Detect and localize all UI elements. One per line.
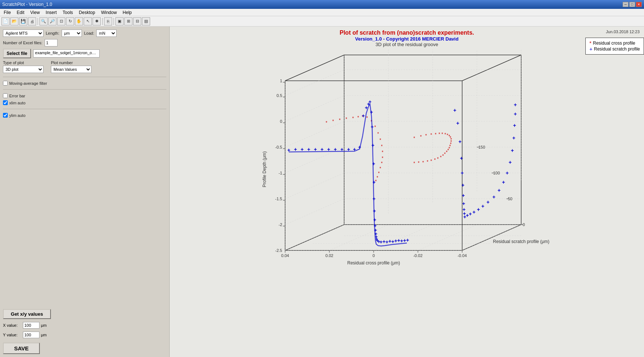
svg-text:0: 0 [373, 253, 375, 258]
menu-window[interactable]: Window [99, 10, 119, 15]
app-title: ScratchPlot - Version_1.0 [2, 2, 52, 7]
length-unit-select[interactable]: μm [62, 30, 82, 37]
zoom-in-button[interactable]: 🔍 [39, 17, 48, 25]
svg-text:+: + [397, 238, 400, 243]
svg-text:+: + [502, 179, 505, 185]
left-panel: Agilent MTS Length: μm Load: mN Number o… [0, 27, 170, 357]
copy-button[interactable]: ⎘ [104, 17, 112, 25]
svg-text:*: * [380, 138, 381, 143]
save-toolbar-button[interactable]: 💾 [19, 17, 27, 25]
svg-text:*: * [422, 160, 424, 165]
load-label: Load: [84, 31, 94, 35]
excel-files-input[interactable] [45, 39, 58, 46]
svg-text:*: * [437, 156, 439, 162]
y-value-input[interactable] [23, 332, 39, 338]
close-button[interactable]: ✕ [636, 2, 642, 7]
menu-tools[interactable]: Tools [60, 10, 75, 15]
moving-avg-row: Moving-average filter [3, 81, 166, 86]
legend: * Residual cross profile + Residual scra… [585, 38, 644, 55]
svg-text:+: + [498, 187, 501, 193]
svg-text:Residual scratch profile (μm): Residual scratch profile (μm) [493, 239, 550, 244]
new-button[interactable]: 📄 [1, 17, 10, 25]
svg-text:*: * [339, 118, 341, 123]
pan-button[interactable]: ✋ [75, 17, 83, 25]
svg-text:+: + [472, 209, 475, 215]
svg-text:+: + [509, 159, 512, 165]
svg-text:*: * [442, 153, 444, 159]
cross-profile-icon: * [589, 40, 591, 46]
xlim-auto-checkbox[interactable] [3, 100, 8, 105]
svg-text:+: + [511, 148, 514, 153]
svg-text:-2.5: -2.5 [275, 248, 282, 253]
xlim-auto-label: xlim auto [9, 101, 25, 105]
svg-text:*: * [420, 134, 422, 139]
cursor-button[interactable]: ↖ [84, 17, 92, 25]
scratch-profile-icon: + [589, 46, 592, 52]
file-display: example_file_solgel_1micron_onGla [33, 49, 100, 58]
plot-type-row: Type of plot 3D plot Plot number Mean Va… [3, 60, 166, 73]
svg-text:-0.02: -0.02 [413, 253, 422, 258]
device-select[interactable]: Agilent MTS [3, 30, 44, 37]
svg-text:+: + [461, 170, 464, 176]
menu-edit[interactable]: Edit [14, 10, 27, 15]
menu-desktop[interactable]: Desktop [77, 10, 97, 15]
type-of-plot-select[interactable]: 3D plot [3, 66, 44, 73]
x-value-input[interactable] [23, 322, 39, 329]
maximize-button[interactable]: □ [629, 2, 635, 7]
menu-insert[interactable]: Insert [44, 10, 59, 15]
spacer [3, 120, 166, 305]
svg-text:*: * [425, 133, 427, 138]
plot-container: -2.5 -2 -1.5 -1 -0.5 0 0.5 1 Profile Dep… [256, 49, 558, 278]
svg-text:*: * [332, 119, 334, 124]
svg-text:+: + [385, 239, 388, 245]
subplot-button[interactable]: ⊞ [124, 17, 132, 25]
brush-button[interactable]: ✱ [93, 17, 101, 25]
open-button[interactable]: 📂 [10, 17, 18, 25]
load-unit-select[interactable]: mN [96, 30, 117, 37]
ylim-auto-checkbox[interactable] [3, 113, 8, 118]
menu-help[interactable]: Help [121, 10, 134, 15]
zoom-fit-button[interactable]: ⊡ [57, 17, 65, 25]
select-file-button[interactable]: Select file [3, 49, 31, 58]
svg-text:+: + [506, 170, 509, 176]
plot-number-select[interactable]: Mean Values [51, 66, 91, 73]
axes-button[interactable]: ▤ [142, 17, 150, 25]
toolbar-separator-3 [114, 18, 114, 25]
x-value-row: X value: μm [3, 322, 166, 329]
cross-profile-label: Residual cross profile [593, 41, 636, 46]
svg-text:*: * [381, 161, 383, 166]
svg-text:*: * [434, 157, 436, 163]
plot-main-title: Plot of scratch from (nano)scratch exper… [170, 30, 644, 36]
svg-text:+: + [466, 212, 469, 218]
type-of-plot-label: Type of plot [3, 60, 44, 65]
minimize-button[interactable]: ─ [623, 2, 629, 7]
xlim-auto-row: xlim auto [3, 100, 166, 105]
figure-button[interactable]: ▣ [115, 17, 124, 25]
plot-svg: -2.5 -2 -1.5 -1 -0.5 0 0.5 1 Profile Dep… [256, 49, 558, 278]
menu-view[interactable]: View [28, 10, 42, 15]
svg-text:+: + [406, 237, 409, 243]
svg-text:+: + [513, 122, 516, 128]
svg-text:+: + [461, 182, 464, 188]
save-button[interactable]: SAVE [3, 343, 40, 354]
menu-file[interactable]: File [1, 10, 13, 15]
svg-text:*: * [382, 156, 384, 161]
plot-date: Jun.03.2018 12:23 [606, 30, 640, 34]
svg-text:+: + [456, 120, 459, 126]
rotate-button[interactable]: ↻ [66, 17, 74, 25]
svg-text:*: * [377, 131, 379, 136]
svg-text:*: * [382, 150, 384, 155]
zoom-out-button[interactable]: 🔎 [48, 17, 56, 25]
get-xy-button[interactable]: Get x/y values [3, 309, 51, 319]
print-button[interactable]: 🖨 [28, 17, 36, 25]
error-bar-checkbox[interactable] [3, 93, 8, 98]
legend-scratch-profile: + Residual scratch profile [589, 46, 640, 52]
moving-avg-checkbox[interactable] [3, 81, 8, 86]
svg-text:*: * [326, 120, 328, 125]
svg-text:*: * [430, 159, 432, 164]
svg-text:*: * [378, 171, 380, 176]
panel-button[interactable]: ⊟ [133, 17, 141, 25]
svg-text:-1: -1 [278, 171, 282, 175]
y-unit: μm [41, 333, 47, 337]
error-bar-row: Error bar [3, 93, 166, 98]
